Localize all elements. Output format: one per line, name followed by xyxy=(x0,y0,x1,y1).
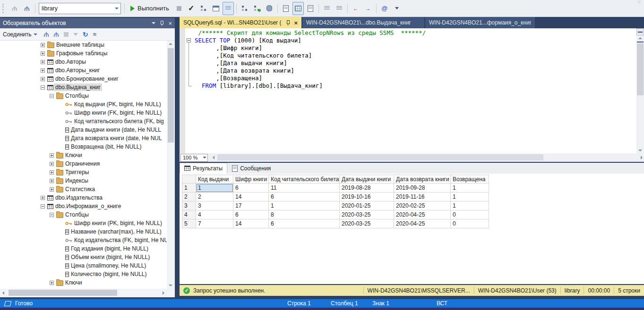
grid-column-header[interactable]: Возвращена xyxy=(451,175,489,184)
connect-plug-icon[interactable]: Ψ xyxy=(9,2,20,15)
tree-item[interactable]: Статистика xyxy=(0,185,167,193)
grid-cell[interactable]: 2019-11-16 xyxy=(394,193,451,201)
expand-icon[interactable] xyxy=(41,196,45,200)
expand-icon[interactable] xyxy=(41,77,45,81)
grid-cell[interactable]: 2020-02-25 xyxy=(394,201,451,210)
grid-cell[interactable]: 0 xyxy=(451,210,489,219)
tree-item[interactable]: Внешние таблицы xyxy=(0,41,167,49)
grid-cell[interactable]: 11 xyxy=(269,184,340,193)
specify-template-values-icon[interactable] xyxy=(239,2,250,15)
scrollbar-thumb[interactable] xyxy=(637,43,644,95)
document-tab[interactable]: WIN-D42GSN4BO21\...dbo.Выдача_книг xyxy=(302,17,424,28)
tree-item[interactable]: Ключи xyxy=(0,278,167,287)
grid-column-header[interactable] xyxy=(182,175,196,184)
grid-row-number[interactable]: 1 xyxy=(182,184,196,193)
tree-item[interactable]: Графовые таблицы xyxy=(0,49,167,58)
parse-query-icon[interactable]: ✓ xyxy=(186,2,197,15)
include-client-statistics-icon[interactable] xyxy=(264,2,275,15)
grid-cell[interactable]: 7 xyxy=(196,219,233,228)
grid-cell[interactable]: 2020-01-25 xyxy=(340,201,394,210)
connect-object-icon[interactable]: Ψ xyxy=(43,31,49,38)
grid-cell[interactable]: 17 xyxy=(233,201,269,210)
close-icon[interactable]: × xyxy=(168,20,172,26)
scroll-right-icon[interactable] xyxy=(641,156,643,159)
expand-icon[interactable] xyxy=(41,51,45,56)
uncomment-lines-icon[interactable] xyxy=(334,2,345,15)
scroll-down-icon[interactable] xyxy=(638,150,642,151)
grid-cell[interactable]: 1 xyxy=(269,201,340,210)
collapse-icon[interactable] xyxy=(50,94,54,98)
tree-item[interactable]: Шифр книги (FK, bigint, Не NULL) xyxy=(0,109,167,117)
tree-item[interactable]: Дата выдачи книги (date, Не NULL xyxy=(0,126,167,134)
scrollbar-thumb[interactable] xyxy=(217,154,543,160)
tree-item[interactable]: Количество (bigint, Не NULL) xyxy=(0,270,167,278)
grid-cell[interactable]: 2019-09-28 xyxy=(394,184,451,193)
grid-cell[interactable]: 2020-04-25 xyxy=(394,210,451,219)
tree-item[interactable]: Код читательского билета (FK, big xyxy=(0,117,167,126)
collapse-icon[interactable] xyxy=(41,85,45,90)
estimated-plan-icon[interactable] xyxy=(198,2,209,15)
document-tab[interactable]: WIN-D42GSN4BO21...формаия_о_книге* xyxy=(425,17,535,28)
database-combo[interactable]: library xyxy=(39,3,121,14)
grid-cell[interactable]: 2020-04-25 xyxy=(394,219,451,228)
scroll-left-icon[interactable] xyxy=(2,291,4,295)
tree-item[interactable]: dbo.Бронирование_книг xyxy=(0,75,167,83)
tab-list-icon[interactable] xyxy=(637,4,641,10)
expand-icon[interactable] xyxy=(50,153,54,158)
grid-cell[interactable]: 4 xyxy=(196,210,233,219)
stop-icon[interactable] xyxy=(173,2,185,15)
change-connection-icon[interactable]: Ψ xyxy=(21,2,33,15)
window-menu-icon[interactable] xyxy=(152,22,155,24)
grid-cell[interactable]: 1 xyxy=(451,184,489,193)
grid-cell[interactable]: 6 xyxy=(269,193,340,201)
results-to-grid-icon[interactable] xyxy=(292,2,304,15)
tree-item[interactable]: Триггеры xyxy=(0,168,167,176)
tree-item[interactable]: Столбцы xyxy=(0,92,167,100)
grid-row-number[interactable]: 3 xyxy=(182,201,196,210)
include-actual-plan-icon[interactable] xyxy=(251,2,263,15)
refresh-icon[interactable]: ↻ xyxy=(83,31,88,38)
grid-cell[interactable]: 2019-10-16 xyxy=(340,193,394,201)
grid-cell[interactable]: 6 xyxy=(233,184,269,193)
comment-lines-icon[interactable] xyxy=(321,2,333,15)
connect-button[interactable]: Соединить xyxy=(3,31,37,38)
scroll-left-icon[interactable] xyxy=(213,156,215,159)
scroll-down-icon[interactable] xyxy=(169,285,172,286)
expand-icon[interactable] xyxy=(50,281,54,285)
split-editor-icon[interactable] xyxy=(636,28,644,35)
grid-column-header[interactable]: Шифр книги xyxy=(233,175,269,184)
chevron-down-icon[interactable] xyxy=(113,3,120,14)
editor-horizontal-scrollbar[interactable] xyxy=(211,153,644,162)
tree-item[interactable]: Ключи xyxy=(0,151,167,159)
scrollbar-thumb[interactable] xyxy=(9,290,117,296)
scrollbar-thumb[interactable] xyxy=(168,48,174,142)
grid-column-header[interactable]: Дата возврата книги xyxy=(394,175,451,184)
tree-item[interactable]: Шифр книги (PK, bigint, Не NULL) xyxy=(0,219,167,227)
debug-at-icon[interactable]: @ xyxy=(379,2,390,15)
query-options-icon[interactable] xyxy=(210,2,222,15)
code-area[interactable]: /****** Скрипт для команды SelectTopNRow… xyxy=(195,29,635,90)
grid-column-header[interactable]: Дата выдачи книги xyxy=(340,175,394,184)
tree-item[interactable]: dbo.Авторы xyxy=(0,58,167,66)
tree-item[interactable]: Код издательства (FK, bigint, Не NU xyxy=(0,236,167,244)
tree-item[interactable]: Цена (smallmoney, Не NULL) xyxy=(0,261,167,270)
object-explorer-header[interactable]: Обозреватель объектов × xyxy=(0,18,175,28)
tab-results[interactable]: Результаты xyxy=(180,163,227,174)
decrease-indent-icon[interactable]: ← xyxy=(350,2,361,15)
expand-icon[interactable] xyxy=(50,162,54,166)
grid-row-number[interactable]: 4 xyxy=(182,210,196,219)
tab-messages[interactable]: Сообщения xyxy=(227,163,275,174)
collapse-icon[interactable] xyxy=(41,204,45,209)
expand-icon[interactable] xyxy=(50,179,54,183)
zoom-combo[interactable]: 100 % xyxy=(180,154,208,162)
pin-icon[interactable] xyxy=(160,21,164,26)
tree-item[interactable]: Возвращена (bit, Не NULL) xyxy=(0,142,167,151)
collapse-icon[interactable] xyxy=(50,213,54,217)
grid-cell[interactable]: 2020-03-25 xyxy=(340,219,394,228)
sql-editor[interactable]: /****** Скрипт для команды SelectTopNRow… xyxy=(180,28,644,153)
grid-cell[interactable]: 1 xyxy=(451,201,489,210)
grid-cell[interactable]: 1 xyxy=(196,184,233,193)
tree-item[interactable]: Дата возврата книги (date, Не NUL xyxy=(0,134,167,142)
scroll-right-icon[interactable] xyxy=(163,291,164,295)
pin-icon[interactable] xyxy=(286,20,290,25)
